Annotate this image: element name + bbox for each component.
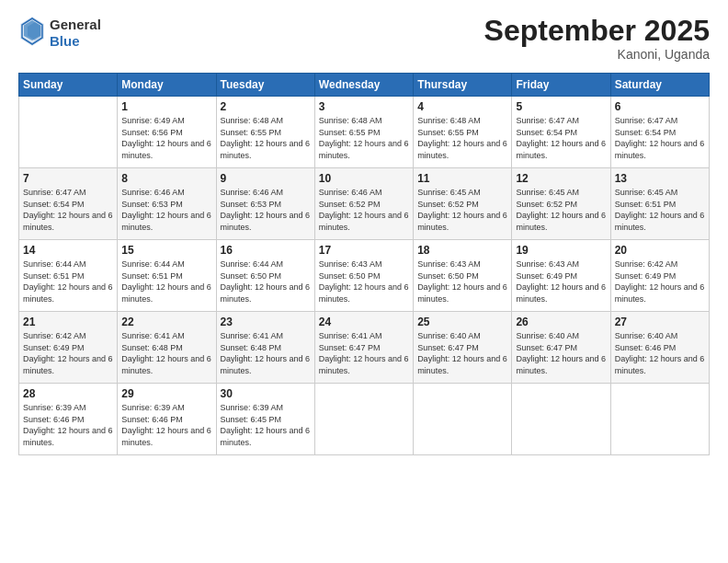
- day-number: 11: [417, 172, 507, 185]
- table-cell: 4 Sunrise: 6:48 AMSunset: 6:55 PMDayligh…: [414, 97, 512, 168]
- day-info: Sunrise: 6:48 AMSunset: 6:55 PMDaylight:…: [319, 116, 409, 160]
- col-wednesday: Wednesday: [314, 74, 413, 97]
- day-info: Sunrise: 6:43 AMSunset: 6:50 PMDaylight:…: [417, 259, 507, 304]
- day-info: Sunrise: 6:44 AMSunset: 6:51 PMDaylight:…: [121, 259, 211, 304]
- table-cell: 12 Sunrise: 6:45 AMSunset: 6:52 PMDaylig…: [512, 168, 610, 240]
- table-cell: 19 Sunrise: 6:43 AMSunset: 6:49 PMDaylig…: [512, 240, 610, 312]
- col-friday: Friday: [512, 74, 610, 97]
- day-info: Sunrise: 6:39 AMSunset: 6:45 PMDaylight:…: [221, 403, 311, 447]
- col-monday: Monday: [118, 74, 216, 97]
- table-cell: 26 Sunrise: 6:40 AMSunset: 6:47 PMDaylig…: [512, 312, 610, 384]
- table-cell: 21 Sunrise: 6:42 AMSunset: 6:49 PMDaylig…: [19, 312, 118, 384]
- table-cell: 11 Sunrise: 6:45 AMSunset: 6:52 PMDaylig…: [414, 168, 512, 240]
- day-number: 8: [121, 172, 211, 185]
- day-number: 3: [319, 100, 409, 113]
- month-title: September 2025: [484, 15, 710, 47]
- logo-text-line2: Blue: [50, 33, 101, 50]
- day-number: 16: [221, 244, 311, 257]
- table-cell: 17 Sunrise: 6:43 AMSunset: 6:50 PMDaylig…: [314, 240, 413, 312]
- day-number: 19: [516, 244, 606, 257]
- day-number: 6: [615, 100, 705, 113]
- day-info: Sunrise: 6:46 AMSunset: 6:53 PMDaylight:…: [121, 188, 211, 232]
- day-number: 14: [23, 244, 113, 257]
- day-info: Sunrise: 6:44 AMSunset: 6:50 PMDaylight:…: [221, 259, 311, 304]
- day-info: Sunrise: 6:47 AMSunset: 6:54 PMDaylight:…: [615, 116, 705, 160]
- day-number: 2: [221, 100, 311, 113]
- table-cell: 10 Sunrise: 6:46 AMSunset: 6:52 PMDaylig…: [314, 168, 413, 240]
- day-number: 5: [516, 100, 606, 113]
- day-number: 25: [417, 316, 507, 328]
- day-info: Sunrise: 6:49 AMSunset: 6:56 PMDaylight:…: [121, 116, 211, 160]
- day-number: 20: [615, 244, 705, 257]
- table-cell: 5 Sunrise: 6:47 AMSunset: 6:54 PMDayligh…: [512, 97, 610, 168]
- day-info: Sunrise: 6:47 AMSunset: 6:54 PMDaylight:…: [23, 188, 113, 232]
- location: Kanoni, Uganda: [484, 47, 710, 62]
- day-number: 24: [319, 316, 409, 328]
- day-info: Sunrise: 6:43 AMSunset: 6:49 PMDaylight:…: [516, 259, 606, 304]
- day-info: Sunrise: 6:41 AMSunset: 6:48 PMDaylight:…: [121, 331, 211, 375]
- table-cell: 14 Sunrise: 6:44 AMSunset: 6:51 PMDaylig…: [19, 240, 118, 312]
- day-info: Sunrise: 6:48 AMSunset: 6:55 PMDaylight:…: [417, 116, 507, 160]
- day-info: Sunrise: 6:40 AMSunset: 6:46 PMDaylight:…: [615, 331, 705, 375]
- day-number: 1: [121, 100, 211, 113]
- day-number: 27: [615, 316, 705, 328]
- table-cell: 24 Sunrise: 6:41 AMSunset: 6:47 PMDaylig…: [314, 312, 413, 384]
- header: General Blue September 2025 Kanoni, Ugan…: [18, 15, 710, 62]
- day-info: Sunrise: 6:44 AMSunset: 6:51 PMDaylight:…: [23, 259, 113, 304]
- table-cell: 20 Sunrise: 6:42 AMSunset: 6:49 PMDaylig…: [610, 240, 709, 312]
- logo-text-line1: General: [50, 17, 101, 33]
- table-cell: 22 Sunrise: 6:41 AMSunset: 6:48 PMDaylig…: [118, 312, 216, 384]
- day-number: 30: [221, 387, 311, 400]
- day-number: 7: [23, 172, 113, 185]
- logo-icon: [18, 15, 46, 48]
- table-cell: 9 Sunrise: 6:46 AMSunset: 6:53 PMDayligh…: [216, 168, 314, 240]
- page: General Blue September 2025 Kanoni, Ugan…: [0, 0, 728, 563]
- table-cell: 30 Sunrise: 6:39 AMSunset: 6:45 PMDaylig…: [216, 384, 314, 455]
- table-cell: [610, 384, 709, 455]
- day-number: 22: [121, 316, 211, 328]
- table-cell: 27 Sunrise: 6:40 AMSunset: 6:46 PMDaylig…: [610, 312, 709, 384]
- table-cell: [314, 384, 413, 455]
- table-cell: [19, 97, 118, 168]
- table-cell: 15 Sunrise: 6:44 AMSunset: 6:51 PMDaylig…: [118, 240, 216, 312]
- table-cell: [512, 384, 610, 455]
- header-row: Sunday Monday Tuesday Wednesday Thursday…: [19, 74, 710, 97]
- col-sunday: Sunday: [19, 74, 118, 97]
- table-cell: 25 Sunrise: 6:40 AMSunset: 6:47 PMDaylig…: [414, 312, 512, 384]
- day-info: Sunrise: 6:45 AMSunset: 6:52 PMDaylight:…: [516, 188, 606, 232]
- table-cell: 1 Sunrise: 6:49 AMSunset: 6:56 PMDayligh…: [118, 97, 216, 168]
- day-number: 10: [319, 172, 409, 185]
- day-number: 18: [417, 244, 507, 257]
- day-number: 13: [615, 172, 705, 185]
- logo: General Blue: [18, 15, 101, 52]
- day-number: 29: [121, 387, 211, 400]
- table-cell: 29 Sunrise: 6:39 AMSunset: 6:46 PMDaylig…: [118, 384, 216, 455]
- table-cell: [414, 384, 512, 455]
- day-info: Sunrise: 6:41 AMSunset: 6:48 PMDaylight:…: [221, 331, 311, 375]
- day-info: Sunrise: 6:46 AMSunset: 6:52 PMDaylight:…: [319, 188, 409, 232]
- day-number: 21: [23, 316, 113, 328]
- day-info: Sunrise: 6:45 AMSunset: 6:52 PMDaylight:…: [417, 188, 507, 232]
- day-info: Sunrise: 6:42 AMSunset: 6:49 PMDaylight:…: [615, 259, 705, 304]
- table-cell: 13 Sunrise: 6:45 AMSunset: 6:51 PMDaylig…: [610, 168, 709, 240]
- calendar-table: Sunday Monday Tuesday Wednesday Thursday…: [18, 73, 710, 455]
- col-thursday: Thursday: [414, 74, 512, 97]
- table-cell: 7 Sunrise: 6:47 AMSunset: 6:54 PMDayligh…: [19, 168, 118, 240]
- day-info: Sunrise: 6:48 AMSunset: 6:55 PMDaylight:…: [221, 116, 311, 160]
- table-cell: 2 Sunrise: 6:48 AMSunset: 6:55 PMDayligh…: [216, 97, 314, 168]
- day-number: 15: [121, 244, 211, 257]
- day-number: 28: [23, 387, 113, 400]
- table-cell: 23 Sunrise: 6:41 AMSunset: 6:48 PMDaylig…: [216, 312, 314, 384]
- day-info: Sunrise: 6:42 AMSunset: 6:49 PMDaylight:…: [23, 331, 113, 375]
- table-cell: 16 Sunrise: 6:44 AMSunset: 6:50 PMDaylig…: [216, 240, 314, 312]
- day-number: 9: [221, 172, 311, 185]
- day-number: 23: [221, 316, 311, 328]
- table-cell: 6 Sunrise: 6:47 AMSunset: 6:54 PMDayligh…: [610, 97, 709, 168]
- day-info: Sunrise: 6:41 AMSunset: 6:47 PMDaylight:…: [319, 331, 409, 375]
- day-info: Sunrise: 6:40 AMSunset: 6:47 PMDaylight:…: [417, 331, 507, 375]
- day-info: Sunrise: 6:45 AMSunset: 6:51 PMDaylight:…: [615, 188, 705, 232]
- day-number: 26: [516, 316, 606, 328]
- title-block: September 2025 Kanoni, Uganda: [484, 15, 710, 62]
- day-info: Sunrise: 6:46 AMSunset: 6:53 PMDaylight:…: [221, 188, 311, 232]
- day-number: 17: [319, 244, 409, 257]
